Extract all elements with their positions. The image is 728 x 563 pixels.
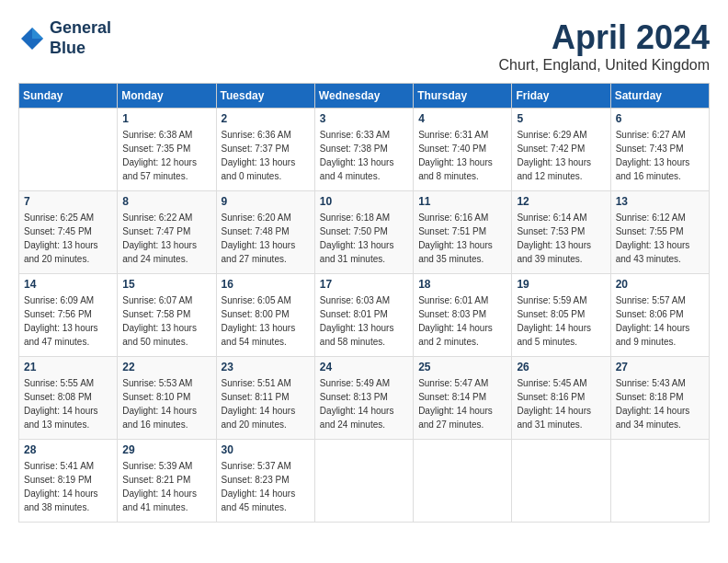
day-number: 14 bbox=[24, 278, 112, 291]
calendar-cell: 19 Sunrise: 5:59 AM Sunset: 8:05 PM Dayl… bbox=[512, 274, 610, 357]
sunset-text: Sunset: 7:40 PM bbox=[418, 144, 486, 154]
calendar-cell: 22 Sunrise: 5:53 AM Sunset: 8:10 PM Dayl… bbox=[118, 357, 216, 440]
day-number: 4 bbox=[418, 112, 506, 125]
calendar-cell: 2 Sunrise: 6:36 AM Sunset: 7:37 PM Dayli… bbox=[216, 109, 314, 191]
cell-info: Sunrise: 5:59 AM Sunset: 8:05 PM Dayligh… bbox=[517, 293, 605, 349]
cell-info: Sunrise: 5:39 AM Sunset: 8:21 PM Dayligh… bbox=[122, 459, 210, 514]
calendar-cell: 20 Sunrise: 5:57 AM Sunset: 8:06 PM Dayl… bbox=[610, 274, 709, 357]
daylight-text: Daylight: 13 hours and 0 minutes. bbox=[222, 157, 296, 181]
sunset-text: Sunset: 8:08 PM bbox=[24, 392, 92, 402]
cell-info: Sunrise: 6:38 AM Sunset: 7:35 PM Dayligh… bbox=[122, 128, 210, 183]
day-number: 28 bbox=[24, 443, 112, 456]
calendar-cell: 10 Sunrise: 6:18 AM Sunset: 7:50 PM Dayl… bbox=[314, 191, 413, 274]
calendar-cell: 24 Sunrise: 5:49 AM Sunset: 8:13 PM Dayl… bbox=[314, 357, 413, 440]
sunrise-text: Sunrise: 6:33 AM bbox=[320, 130, 390, 140]
calendar-week-row: 28 Sunrise: 5:41 AM Sunset: 8:19 PM Dayl… bbox=[19, 440, 710, 523]
calendar-cell: 25 Sunrise: 5:47 AM Sunset: 8:14 PM Dayl… bbox=[414, 357, 512, 440]
calendar-cell: 23 Sunrise: 5:51 AM Sunset: 8:11 PM Dayl… bbox=[216, 357, 314, 440]
sunset-text: Sunset: 7:42 PM bbox=[517, 144, 585, 154]
sunrise-text: Sunrise: 6:05 AM bbox=[222, 295, 291, 305]
cell-info: Sunrise: 6:03 AM Sunset: 8:01 PM Dayligh… bbox=[320, 293, 408, 349]
sunrise-text: Sunrise: 6:38 AM bbox=[122, 130, 192, 140]
daylight-text: Daylight: 13 hours and 24 minutes. bbox=[122, 240, 197, 264]
calendar-cell bbox=[19, 109, 118, 191]
daylight-text: Daylight: 13 hours and 43 minutes. bbox=[616, 240, 690, 264]
cell-info: Sunrise: 6:05 AM Sunset: 8:00 PM Dayligh… bbox=[222, 293, 310, 349]
sunrise-text: Sunrise: 6:03 AM bbox=[320, 295, 390, 305]
sunrise-text: Sunrise: 6:18 AM bbox=[320, 213, 390, 223]
daylight-text: Daylight: 13 hours and 39 minutes. bbox=[517, 240, 591, 264]
day-number: 9 bbox=[222, 195, 310, 208]
calendar-cell: 13 Sunrise: 6:12 AM Sunset: 7:55 PM Dayl… bbox=[610, 191, 709, 274]
month-title: April 2024 bbox=[499, 18, 710, 57]
sunrise-text: Sunrise: 6:16 AM bbox=[418, 213, 488, 223]
cell-info: Sunrise: 5:57 AM Sunset: 8:06 PM Dayligh… bbox=[616, 293, 704, 349]
cell-info: Sunrise: 6:25 AM Sunset: 7:45 PM Dayligh… bbox=[24, 211, 112, 266]
daylight-text: Daylight: 13 hours and 35 minutes. bbox=[418, 240, 493, 264]
calendar-cell: 8 Sunrise: 6:22 AM Sunset: 7:47 PM Dayli… bbox=[118, 191, 216, 274]
sunset-text: Sunset: 7:47 PM bbox=[122, 226, 190, 236]
day-number: 23 bbox=[222, 361, 310, 373]
sunset-text: Sunset: 8:06 PM bbox=[616, 309, 684, 319]
cell-info: Sunrise: 5:41 AM Sunset: 8:19 PM Dayligh… bbox=[24, 459, 112, 514]
cell-info: Sunrise: 5:49 AM Sunset: 8:13 PM Dayligh… bbox=[320, 376, 408, 431]
logo-text: General Blue bbox=[50, 18, 111, 58]
calendar-cell: 30 Sunrise: 5:37 AM Sunset: 8:23 PM Dayl… bbox=[216, 440, 314, 523]
day-number: 13 bbox=[616, 195, 704, 208]
header-row: SundayMondayTuesdayWednesdayThursdayFrid… bbox=[19, 84, 710, 109]
daylight-text: Daylight: 14 hours and 5 minutes. bbox=[517, 323, 591, 347]
sunrise-text: Sunrise: 6:22 AM bbox=[122, 213, 192, 223]
calendar-cell: 29 Sunrise: 5:39 AM Sunset: 8:21 PM Dayl… bbox=[118, 440, 216, 523]
cell-info: Sunrise: 6:36 AM Sunset: 7:37 PM Dayligh… bbox=[222, 128, 310, 183]
sunrise-text: Sunrise: 6:27 AM bbox=[616, 130, 686, 140]
sunset-text: Sunset: 8:21 PM bbox=[122, 475, 190, 485]
daylight-text: Daylight: 14 hours and 9 minutes. bbox=[616, 323, 690, 347]
daylight-text: Daylight: 14 hours and 31 minutes. bbox=[517, 406, 591, 430]
cell-info: Sunrise: 6:12 AM Sunset: 7:55 PM Dayligh… bbox=[616, 211, 704, 266]
sunset-text: Sunset: 7:43 PM bbox=[616, 144, 684, 154]
daylight-text: Daylight: 13 hours and 54 minutes. bbox=[222, 323, 296, 347]
calendar-cell: 27 Sunrise: 5:43 AM Sunset: 8:18 PM Dayl… bbox=[610, 357, 709, 440]
sunrise-text: Sunrise: 6:01 AM bbox=[418, 295, 488, 305]
cell-info: Sunrise: 6:07 AM Sunset: 7:58 PM Dayligh… bbox=[122, 293, 210, 349]
calendar-cell: 26 Sunrise: 5:45 AM Sunset: 8:16 PM Dayl… bbox=[512, 357, 610, 440]
sunset-text: Sunset: 7:56 PM bbox=[24, 309, 92, 319]
cell-info: Sunrise: 5:51 AM Sunset: 8:11 PM Dayligh… bbox=[222, 376, 310, 431]
sunrise-text: Sunrise: 6:09 AM bbox=[24, 295, 94, 305]
calendar-cell: 5 Sunrise: 6:29 AM Sunset: 7:42 PM Dayli… bbox=[512, 109, 610, 191]
daylight-text: Daylight: 14 hours and 2 minutes. bbox=[418, 323, 493, 347]
day-number: 12 bbox=[517, 195, 605, 208]
calendar-cell: 11 Sunrise: 6:16 AM Sunset: 7:51 PM Dayl… bbox=[414, 191, 512, 274]
sunset-text: Sunset: 7:38 PM bbox=[320, 144, 388, 154]
sunrise-text: Sunrise: 6:20 AM bbox=[222, 213, 291, 223]
sunset-text: Sunset: 8:00 PM bbox=[222, 309, 290, 319]
day-number: 27 bbox=[616, 361, 704, 373]
calendar-cell: 15 Sunrise: 6:07 AM Sunset: 7:58 PM Dayl… bbox=[118, 274, 216, 357]
day-number: 30 bbox=[222, 443, 310, 456]
sunset-text: Sunset: 7:35 PM bbox=[122, 144, 190, 154]
calendar-week-row: 1 Sunrise: 6:38 AM Sunset: 7:35 PM Dayli… bbox=[19, 109, 710, 191]
sunset-text: Sunset: 7:53 PM bbox=[517, 226, 585, 236]
calendar-week-row: 21 Sunrise: 5:55 AM Sunset: 8:08 PM Dayl… bbox=[19, 357, 710, 440]
cell-info: Sunrise: 5:55 AM Sunset: 8:08 PM Dayligh… bbox=[24, 376, 112, 431]
daylight-text: Daylight: 13 hours and 47 minutes. bbox=[24, 323, 98, 347]
daylight-text: Daylight: 13 hours and 4 minutes. bbox=[320, 157, 394, 181]
day-header: Tuesday bbox=[216, 84, 314, 109]
day-number: 11 bbox=[418, 195, 506, 208]
day-number: 17 bbox=[320, 278, 408, 291]
calendar-cell: 18 Sunrise: 6:01 AM Sunset: 8:03 PM Dayl… bbox=[414, 274, 512, 357]
sunrise-text: Sunrise: 5:47 AM bbox=[418, 378, 488, 388]
cell-info: Sunrise: 6:14 AM Sunset: 7:53 PM Dayligh… bbox=[517, 211, 605, 266]
day-number: 19 bbox=[517, 278, 605, 291]
sunrise-text: Sunrise: 5:37 AM bbox=[222, 461, 291, 471]
day-number: 29 bbox=[122, 443, 210, 456]
calendar-cell bbox=[414, 440, 512, 523]
cell-info: Sunrise: 6:22 AM Sunset: 7:47 PM Dayligh… bbox=[122, 211, 210, 266]
day-number: 6 bbox=[616, 112, 704, 125]
daylight-text: Daylight: 13 hours and 27 minutes. bbox=[222, 240, 296, 264]
sunrise-text: Sunrise: 5:39 AM bbox=[122, 461, 192, 471]
day-number: 5 bbox=[517, 112, 605, 125]
daylight-text: Daylight: 13 hours and 16 minutes. bbox=[616, 157, 690, 181]
sunset-text: Sunset: 7:58 PM bbox=[122, 309, 190, 319]
sunrise-text: Sunrise: 5:49 AM bbox=[320, 378, 390, 388]
